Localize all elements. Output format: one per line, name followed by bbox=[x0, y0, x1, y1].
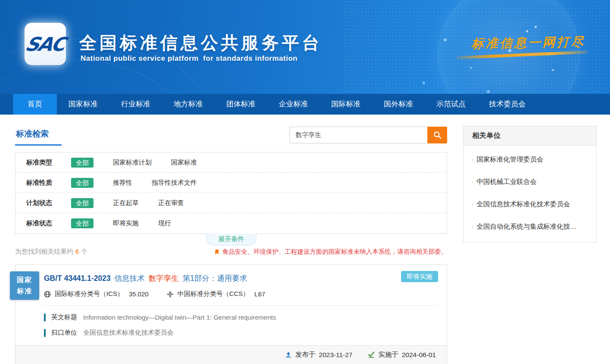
title-keyword-highlight: 数字孪生 bbox=[149, 274, 179, 283]
card-body: GB/T 43441.1-2023信息技术数字孪生第1部分：通用要求 国际标准分… bbox=[16, 265, 447, 337]
expand-wrap: 展开条件 bbox=[15, 234, 447, 246]
filter-label-standard-nature: 标准性质 bbox=[26, 179, 57, 187]
standard-code: GB/T 43441.1-2023 bbox=[44, 274, 111, 283]
content-area: 标准检索 标准类型全部国家标准计划国家标准标准性质全部推荐性指导性技术文件计划状… bbox=[0, 115, 610, 364]
filter-all-button-standard-type[interactable]: 全部 bbox=[71, 158, 93, 168]
implement-date: 2024-06-01 bbox=[402, 351, 436, 359]
related-unit-label: 中国机械工业联合会 bbox=[476, 178, 537, 185]
nav-list: 首页国家标准行业标准地方标准团体标准企业标准国际标准国外标准示范试点技术委员会 bbox=[0, 94, 610, 115]
search-icon bbox=[433, 131, 442, 140]
card-footer: 发布于 2023-11-27 实施于 2024-06-01 bbox=[16, 345, 447, 364]
results-row: 为您找到相关结果约6个 食品安全、环境保护、工程建设方面的国家标准未纳入本系统，… bbox=[15, 248, 447, 256]
filter-row-standard-type: 标准类型全部国家标准计划国家标准 bbox=[16, 152, 447, 173]
detail-value-centralized-unit: 全国信息技术标准化技术委员会 bbox=[83, 329, 174, 337]
filter-label-standard-type: 标准类型 bbox=[26, 159, 57, 167]
site-subtitle: National public service platform for sta… bbox=[81, 54, 298, 63]
list-bullet: · bbox=[471, 178, 473, 185]
filter-panel: 标准类型全部国家标准计划国家标准标准性质全部推荐性指导性技术文件计划状态全部正在… bbox=[15, 152, 447, 234]
site-slogan: 标准信息一网打尽 bbox=[471, 34, 585, 53]
expand-conditions-button[interactable]: 展开条件 bbox=[206, 233, 256, 246]
list-bullet: · bbox=[471, 223, 473, 230]
ccs-label: 中国标准分类号（CCS） bbox=[177, 290, 249, 298]
status-badge: 即将实施 bbox=[401, 271, 438, 282]
detail-row-centralized-unit: 归口单位全国信息技术标准化技术委员会 bbox=[44, 329, 438, 337]
filter-option-standard-status-1[interactable]: 现行 bbox=[158, 219, 171, 227]
nav-item-technical-committees[interactable]: 技术委员会 bbox=[477, 94, 537, 115]
standard-title-link[interactable]: GB/T 43441.1-2023信息技术数字孪生第1部分：通用要求 bbox=[44, 273, 438, 283]
nav-item-pilot-projects[interactable]: 示范试点 bbox=[425, 94, 477, 115]
search-section: 标准检索 bbox=[15, 126, 447, 146]
bookmark-icon bbox=[214, 249, 220, 255]
sparkle-dots bbox=[535, 26, 537, 28]
detail-row-english-title: 英文标题Information technology—Digital twin—… bbox=[44, 313, 438, 321]
card-divider bbox=[44, 305, 438, 306]
detail-value-english-title: Information technology—Digital twin—Part… bbox=[83, 314, 276, 321]
nav-item-home[interactable]: 首页 bbox=[13, 94, 57, 115]
related-unit-item-0[interactable]: ·国家标准化管理委员会 bbox=[464, 148, 596, 171]
detail-row-bar bbox=[44, 329, 46, 337]
nav-item-international-standards[interactable]: 国际标准 bbox=[320, 94, 372, 115]
filter-label-standard-status: 标准状态 bbox=[26, 219, 57, 227]
list-bullet: · bbox=[471, 200, 473, 208]
search-input[interactable] bbox=[289, 127, 427, 143]
search-box bbox=[289, 127, 447, 143]
publish-date-item: 发布于 2023-11-27 bbox=[285, 350, 353, 359]
title-segment: 信息技术 bbox=[115, 274, 145, 283]
filter-option-standard-type-0[interactable]: 国家标准计划 bbox=[113, 159, 152, 167]
main-column: 标准检索 标准类型全部国家标准计划国家标准标准性质全部推荐性指导性技术文件计划状… bbox=[15, 126, 447, 364]
filter-all-button-plan-status[interactable]: 全部 bbox=[71, 198, 93, 208]
related-unit-label: 全国自动化系统与集成标准化技… bbox=[476, 223, 577, 230]
results-count: 6 bbox=[75, 248, 79, 255]
ics-value: 35.020 bbox=[129, 290, 149, 298]
system-notice: 食品安全、环境保护、工程建设方面的国家标准未纳入本系统，请咨询相关部委。 bbox=[214, 248, 447, 256]
results-summary: 为您找到相关结果约6个 bbox=[15, 248, 87, 256]
implement-date-item: 实施于 2024-06-01 bbox=[367, 350, 436, 359]
page-header: SAC 全国标准信息公共服务平台 National public service… bbox=[0, 0, 610, 94]
publish-date: 2023-11-27 bbox=[319, 351, 352, 359]
sac-logo-text: SAC bbox=[23, 33, 67, 55]
filter-option-standard-nature-1[interactable]: 指导性技术文件 bbox=[152, 179, 197, 187]
filter-option-plan-status-0[interactable]: 正在起草 bbox=[113, 199, 139, 207]
filter-row-plan-status: 计划状态全部正在起草正在审查 bbox=[16, 193, 447, 213]
result-card: 国家 标准 即将实施 GB/T 43441.1-2023信息技术数字孪生第1部分… bbox=[15, 264, 447, 364]
site-title: 全国标准信息公共服务平台 bbox=[79, 31, 322, 55]
related-unit-label: 国家标准化管理委员会 bbox=[476, 156, 543, 163]
detail-label-centralized-unit: 归口单位 bbox=[51, 329, 77, 337]
related-units-list: ·国家标准化管理委员会·中国机械工业联合会·全国信息技术标准化技术委员会·全国自… bbox=[464, 146, 596, 242]
implement-check-icon bbox=[367, 351, 375, 358]
search-button[interactable] bbox=[427, 127, 447, 143]
filter-row-standard-status: 标准状态全部即将实施现行 bbox=[16, 213, 447, 233]
notice-text: 食品安全、环境保护、工程建设方面的国家标准未纳入本系统，请咨询相关部委。 bbox=[222, 248, 447, 256]
ics-label: 国际标准分类号（ICS） bbox=[55, 290, 124, 298]
classification-row: 国际标准分类号（ICS） 35.020 中国标准分类号（CCS） L67 bbox=[44, 290, 438, 298]
detail-label-english-title: 英文标题 bbox=[51, 313, 77, 321]
compass-icon bbox=[167, 291, 174, 298]
globe-icon bbox=[44, 291, 51, 298]
related-units-panel: 相关单位 ·国家标准化管理委员会·中国机械工业联合会·全国信息技术标准化技术委员… bbox=[463, 126, 597, 243]
filter-row-standard-nature: 标准性质全部推荐性指导性技术文件 bbox=[16, 173, 447, 193]
main-nav: 首页国家标准行业标准地方标准团体标准企业标准国际标准国外标准示范试点技术委员会 bbox=[0, 94, 610, 115]
filter-all-button-standard-status[interactable]: 全部 bbox=[71, 218, 93, 228]
filter-label-plan-status: 计划状态 bbox=[26, 199, 57, 207]
filter-option-plan-status-1[interactable]: 正在审查 bbox=[158, 199, 184, 207]
standard-type-badge: 国家 标准 bbox=[10, 271, 39, 300]
nav-item-national-standards[interactable]: 国家标准 bbox=[57, 94, 109, 115]
nav-item-foreign-standards[interactable]: 国外标准 bbox=[372, 94, 425, 115]
nav-item-group-standards[interactable]: 团体标准 bbox=[215, 94, 267, 115]
related-unit-item-3[interactable]: ·全国自动化系统与集成标准化技… bbox=[464, 215, 596, 238]
related-unit-item-2[interactable]: ·全国信息技术标准化技术委员会 bbox=[464, 193, 596, 215]
nav-item-industry-standards[interactable]: 行业标准 bbox=[109, 94, 162, 115]
filter-option-standard-type-1[interactable]: 国家标准 bbox=[171, 159, 197, 167]
list-bullet: · bbox=[471, 156, 473, 163]
nav-item-enterprise-standards[interactable]: 企业标准 bbox=[267, 94, 320, 115]
related-unit-item-1[interactable]: ·中国机械工业联合会 bbox=[464, 171, 596, 193]
publish-icon bbox=[285, 351, 292, 358]
ccs-value: L67 bbox=[255, 290, 265, 298]
filter-option-standard-status-0[interactable]: 即将实施 bbox=[113, 219, 139, 227]
filter-all-button-standard-nature[interactable]: 全部 bbox=[71, 178, 93, 188]
publish-label: 发布于 bbox=[296, 350, 316, 359]
nav-item-local-standards[interactable]: 地方标准 bbox=[162, 94, 215, 115]
filter-option-standard-nature-0[interactable]: 推荐性 bbox=[113, 179, 132, 187]
title-segment: 第1部分：通用要求 bbox=[183, 274, 247, 283]
sac-logo[interactable]: SAC bbox=[25, 23, 66, 65]
